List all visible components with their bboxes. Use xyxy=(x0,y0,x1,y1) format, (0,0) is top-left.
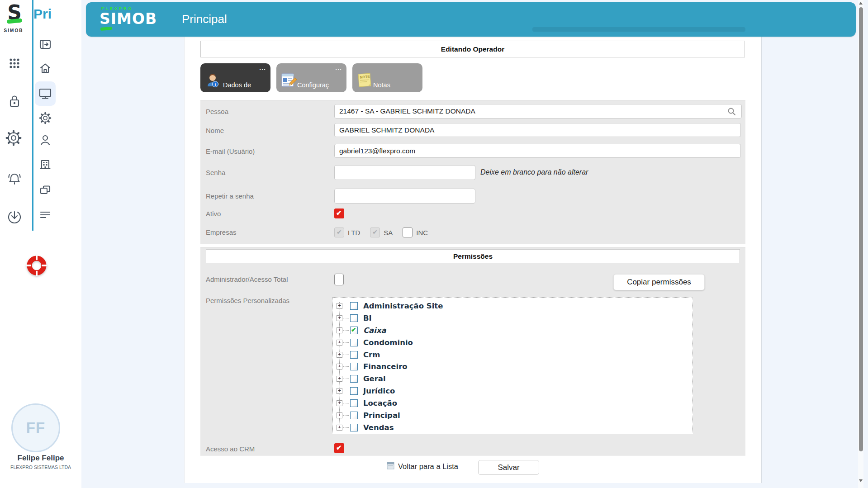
tree-expand-icon[interactable]: + xyxy=(337,412,342,418)
permission-tree-item[interactable]: +Financeiro xyxy=(333,360,693,373)
scroll-up-arrow-icon[interactable] xyxy=(859,2,863,5)
tree-expand-icon[interactable]: + xyxy=(337,315,342,321)
building-icon[interactable] xyxy=(35,154,56,175)
tree-expand-icon[interactable]: + xyxy=(337,400,342,406)
avatar-initials: FF xyxy=(26,419,45,436)
crm-checkbox[interactable] xyxy=(334,443,344,453)
senha-input[interactable] xyxy=(334,165,475,180)
tree-checkbox[interactable] xyxy=(350,327,358,334)
life-preserver-icon[interactable] xyxy=(25,254,48,277)
repetir-senha-label: Repetir a senha xyxy=(206,192,254,200)
apps-grid-icon[interactable] xyxy=(4,53,25,74)
tree-expand-icon[interactable]: + xyxy=(337,425,342,431)
tree-item-label: Financeiro xyxy=(363,362,408,371)
tree-checkbox[interactable] xyxy=(350,399,358,407)
tree-checkbox[interactable] xyxy=(350,339,358,346)
tree-connector xyxy=(343,318,349,318)
copy-permissions-button[interactable]: Copiar permissões xyxy=(613,274,705,290)
permission-tree-item[interactable]: +Vendas xyxy=(333,422,693,434)
tree-checkbox[interactable] xyxy=(350,375,358,383)
settings-gear-icon[interactable] xyxy=(3,128,24,148)
empresas-options: LTDSAINC xyxy=(334,227,438,238)
download-icon[interactable] xyxy=(4,206,25,227)
tree-connector xyxy=(343,379,349,379)
settings-gear-small-icon[interactable] xyxy=(35,108,56,128)
tree-connector xyxy=(343,306,349,306)
tree-expand-icon[interactable]: + xyxy=(337,303,342,309)
tree-checkbox[interactable] xyxy=(350,302,358,310)
permission-tree-item[interactable]: +Geral xyxy=(333,373,693,385)
senha-hint: Deixe em branco para não alterar xyxy=(480,168,588,176)
vertical-scrollbar[interactable] xyxy=(858,0,863,488)
empresas-label: Empresas xyxy=(206,228,237,236)
permission-tree-item[interactable]: +Locação xyxy=(333,397,693,409)
header-simob-logo: SIMOB xyxy=(100,10,157,28)
ativo-label: Ativo xyxy=(206,210,221,218)
empresa-option-label: SA xyxy=(384,229,393,237)
collapse-sidebar-icon[interactable] xyxy=(35,34,56,55)
empresa-checkbox-inc[interactable] xyxy=(403,227,413,237)
tree-expand-icon[interactable]: + xyxy=(337,352,342,358)
tree-checkbox[interactable] xyxy=(350,351,358,359)
notifications-bell-icon[interactable] xyxy=(4,168,25,189)
avatar[interactable]: FF xyxy=(11,403,60,452)
tree-item-label: Caixa xyxy=(363,326,386,335)
user-icon[interactable] xyxy=(35,130,56,151)
tree-rows: +Administração Site+BI+Caixa+Condominio+… xyxy=(333,300,693,434)
tab-notas[interactable]: NOTE Notas xyxy=(352,63,422,92)
tree-expand-icon[interactable]: + xyxy=(337,340,342,346)
tree-connector xyxy=(343,391,349,391)
tree-item-label: Administração Site xyxy=(363,302,443,310)
tree-expand-icon[interactable]: + xyxy=(337,388,342,394)
email-input[interactable] xyxy=(334,144,741,158)
tree-checkbox[interactable] xyxy=(350,412,358,419)
empresa-checkbox-ltd[interactable] xyxy=(334,227,344,237)
email-label: E-mail (Usuário) xyxy=(206,147,255,155)
permissions-tree[interactable]: +Administração Site+BI+Caixa+Condominio+… xyxy=(332,297,693,434)
permission-tree-item[interactable]: +BI xyxy=(333,312,693,324)
search-icon[interactable] xyxy=(727,107,736,116)
empresa-checkbox-sa[interactable] xyxy=(370,227,380,237)
admin-checkbox[interactable] xyxy=(334,274,344,285)
permissions-header: Permissões xyxy=(206,249,740,263)
windows-stack-icon[interactable] xyxy=(35,180,56,201)
permission-tree-item[interactable]: +Crm xyxy=(333,349,693,361)
tab-dados[interactable]: i ... Dados de xyxy=(200,63,270,92)
permission-tree-item[interactable]: +Condominio xyxy=(333,336,693,349)
profile-company: FLEXPRO SISTEMAS LTDA xyxy=(0,464,81,470)
tree-checkbox[interactable] xyxy=(350,387,358,395)
ativo-checkbox[interactable] xyxy=(334,208,344,218)
tree-expand-icon[interactable]: + xyxy=(337,327,342,333)
tree-connector xyxy=(343,403,349,403)
tree-item-label: Jurídico xyxy=(363,387,395,395)
simob-logo[interactable]: S xyxy=(5,3,24,23)
tree-connector xyxy=(343,355,349,355)
tree-checkbox[interactable] xyxy=(350,363,358,370)
monitor-icon[interactable] xyxy=(35,81,56,106)
repetir-senha-input[interactable] xyxy=(334,189,475,204)
nome-input[interactable] xyxy=(334,123,741,137)
senha-label: Senha xyxy=(206,169,225,176)
tree-expand-icon[interactable]: + xyxy=(337,376,342,382)
tree-checkbox[interactable] xyxy=(350,314,358,322)
scroll-down-arrow-icon[interactable] xyxy=(859,479,863,482)
tree-item-label: BI xyxy=(363,314,372,322)
permission-tree-item[interactable]: +Principal xyxy=(333,409,693,422)
svg-text:NOTE: NOTE xyxy=(360,75,370,80)
pessoa-input[interactable] xyxy=(334,104,742,118)
permission-tree-item[interactable]: +Administração Site xyxy=(333,300,693,312)
back-to-list-link[interactable]: Voltar para a Lista xyxy=(387,462,458,471)
home-icon[interactable] xyxy=(35,58,56,79)
tree-item-label: Locação xyxy=(363,399,397,407)
tree-checkbox[interactable] xyxy=(350,424,358,431)
lock-icon[interactable] xyxy=(4,90,25,111)
empresa-option-label: INC xyxy=(416,229,428,237)
scrollbar-thumb[interactable] xyxy=(859,7,863,451)
permission-tree-item[interactable]: +Jurídico xyxy=(333,385,693,397)
tab-configuracoes[interactable]: ... Configuraç xyxy=(276,63,346,92)
tree-expand-icon[interactable]: + xyxy=(337,364,342,370)
nome-label: Nome xyxy=(206,127,224,134)
permission-tree-item[interactable]: +Caixa xyxy=(333,324,693,336)
save-button[interactable]: Salvar xyxy=(478,460,539,475)
menu-lines-icon[interactable] xyxy=(35,204,56,225)
